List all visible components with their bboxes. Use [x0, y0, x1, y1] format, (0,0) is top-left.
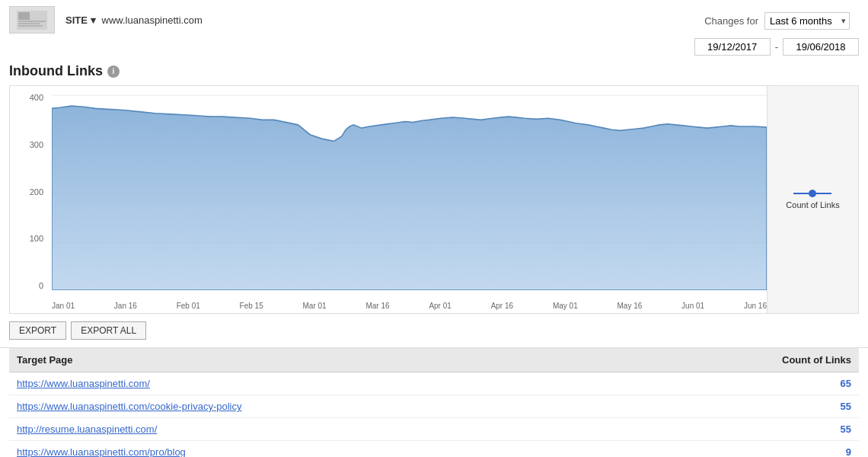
- x-label-jun16: Jun 16: [744, 302, 767, 310]
- y-label-300: 300: [10, 141, 48, 149]
- x-axis: Jan 01 Jan 16 Feb 01 Feb 15 Mar 01 Mar 1…: [52, 302, 767, 310]
- chart-container: 0 100 200 300 400: [9, 85, 859, 314]
- site-dropdown[interactable]: SITE ▾: [65, 14, 96, 26]
- changes-for-label: Changes for: [704, 15, 758, 27]
- period-select-wrapper[interactable]: Last month Last 3 months Last 6 months L…: [764, 12, 850, 30]
- legend-line: [793, 190, 831, 197]
- col-count-links: Count of Links: [638, 348, 859, 372]
- table-cell-count: 9: [638, 441, 859, 458]
- table-url-link[interactable]: https://www.luanaspinetti.com/: [17, 378, 150, 389]
- table-url-link[interactable]: http://resume.luanaspinetti.com/: [17, 423, 157, 435]
- table-url-link[interactable]: https://www.luanaspinetti.com/pro/blog: [17, 446, 186, 457]
- x-label-feb15: Feb 15: [240, 302, 263, 310]
- table-row: http://resume.luanaspinetti.com/55: [9, 418, 859, 441]
- chart-area: 0 100 200 300 400: [10, 86, 767, 313]
- date-range-row: -: [0, 37, 868, 60]
- col-target-page: Target Page: [9, 348, 638, 372]
- page-title: Inbound Links: [9, 63, 103, 79]
- x-label-mar16: Mar 16: [365, 302, 389, 310]
- legend-dot: [809, 190, 816, 197]
- date-separator: -: [775, 41, 778, 53]
- x-label-apr01: Apr 01: [429, 302, 451, 310]
- legend-line-right: [816, 193, 831, 194]
- x-label-mar01: Mar 01: [303, 302, 327, 310]
- legend-item-count: Count of Links: [786, 190, 839, 209]
- table-row: https://www.luanaspinetti.com/pro/blog9: [9, 441, 859, 458]
- table-header-row: Target Page Count of Links: [9, 348, 859, 372]
- y-label-100: 100: [10, 235, 48, 243]
- x-label-may01: May 01: [553, 302, 578, 310]
- y-label-200: 200: [10, 188, 48, 197]
- table-row: https://www.luanaspinetti.com/cookie-pri…: [9, 395, 859, 418]
- table-cell-url: http://resume.luanaspinetti.com/: [9, 418, 638, 441]
- site-label-area: SITE ▾ www.luanaspinetti.com: [9, 6, 203, 34]
- table-url-link[interactable]: https://www.luanaspinetti.com/cookie-pri…: [17, 401, 242, 412]
- chart-svg: [52, 94, 767, 290]
- x-label-jan01: Jan 01: [52, 302, 75, 310]
- page-title-row: Inbound Links i: [0, 60, 868, 85]
- site-header: SITE ▾ www.luanaspinetti.com Changes for…: [0, 0, 868, 37]
- export-all-button[interactable]: EXPORT ALL: [71, 321, 146, 340]
- x-label-jan16: Jan 16: [114, 302, 137, 310]
- date-end-input[interactable]: [783, 38, 859, 56]
- date-start-input[interactable]: [694, 38, 771, 56]
- legend-line-left: [793, 193, 809, 194]
- export-row: EXPORT EXPORT ALL: [0, 314, 868, 348]
- table-cell-count: 55: [638, 418, 859, 441]
- table-row: https://www.luanaspinetti.com/65: [9, 372, 859, 395]
- x-label-apr16: Apr 16: [491, 302, 513, 310]
- table-container: Target Page Count of Links https://www.l…: [9, 348, 859, 457]
- changes-for-row: Changes for Last month Last 3 months Las…: [695, 8, 859, 33]
- svg-rect-1: [18, 12, 30, 20]
- site-logo: [9, 6, 55, 34]
- table-cell-url: https://www.luanaspinetti.com/pro/blog: [9, 441, 638, 458]
- table-cell-url: https://www.luanaspinetti.com/cookie-pri…: [9, 395, 638, 418]
- site-url: www.luanaspinetti.com: [102, 14, 203, 26]
- table-cell-url: https://www.luanaspinetti.com/: [9, 372, 638, 395]
- svg-marker-10: [52, 106, 767, 290]
- inbound-links-table: Target Page Count of Links https://www.l…: [9, 348, 859, 457]
- table-cell-count: 65: [638, 372, 859, 395]
- y-label-0: 0: [10, 282, 48, 290]
- y-axis: 0 100 200 300 400: [10, 94, 48, 290]
- period-select[interactable]: Last month Last 3 months Last 6 months L…: [764, 12, 850, 30]
- legend-label: Count of Links: [786, 200, 839, 209]
- y-label-400: 400: [10, 94, 48, 102]
- export-button[interactable]: EXPORT: [9, 321, 66, 340]
- chart-legend: Count of Links: [767, 86, 858, 313]
- x-label-may16: May 16: [617, 302, 643, 310]
- x-label-jun01: Jun 01: [681, 302, 704, 310]
- x-label-feb01: Feb 01: [177, 302, 200, 310]
- info-icon[interactable]: i: [107, 66, 120, 78]
- table-cell-count: 55: [638, 395, 859, 418]
